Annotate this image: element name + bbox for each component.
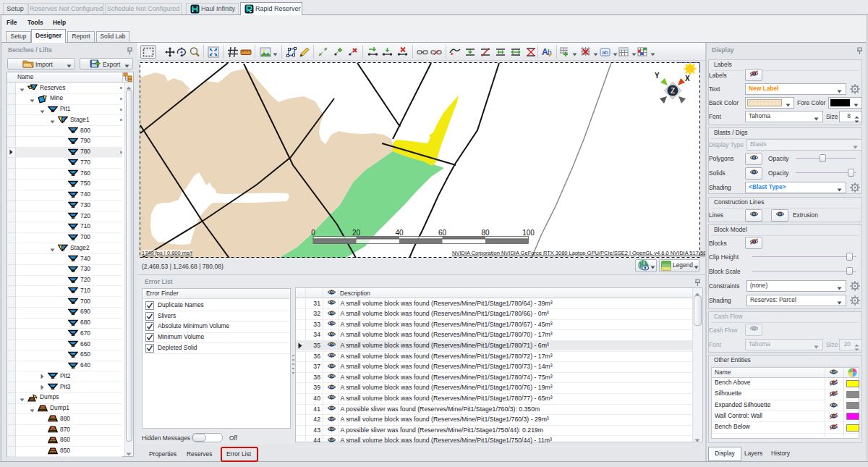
svg-text:Z: Z bbox=[671, 87, 675, 95]
svg-text:20: 20 bbox=[352, 229, 361, 237]
svg-text:60: 60 bbox=[438, 229, 447, 237]
svg-text:X: X bbox=[685, 75, 690, 83]
svg-text:40: 40 bbox=[395, 229, 404, 237]
svg-text:ab: ab bbox=[602, 49, 608, 56]
svg-text:80: 80 bbox=[481, 229, 490, 237]
svg-text:0: 0 bbox=[311, 229, 315, 237]
svg-text:100: 100 bbox=[522, 229, 535, 237]
svg-text:Y: Y bbox=[655, 72, 660, 80]
